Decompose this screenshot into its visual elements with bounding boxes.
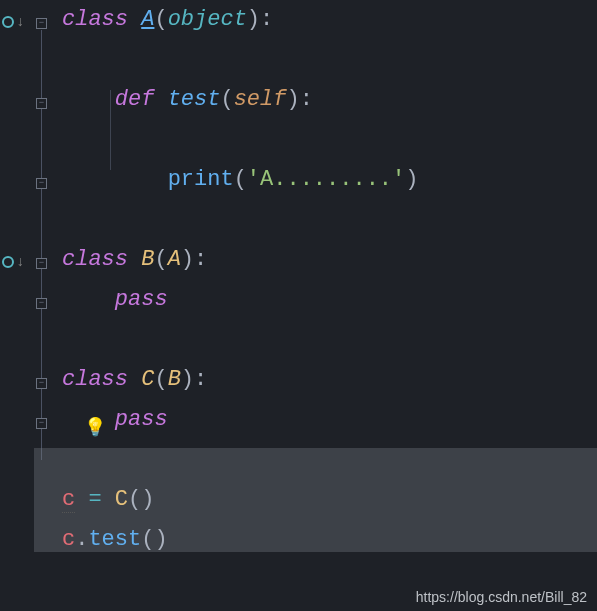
code-line[interactable] bbox=[62, 120, 597, 160]
code-line[interactable]: pass bbox=[62, 400, 597, 440]
code-line[interactable]: class A(object): bbox=[62, 0, 597, 40]
fold-toggle-icon[interactable]: − bbox=[36, 178, 47, 189]
override-marker-icon[interactable]: ↓ bbox=[2, 14, 24, 30]
code-line[interactable] bbox=[62, 40, 597, 80]
code-line[interactable]: print('A.........') bbox=[62, 160, 597, 200]
code-line[interactable] bbox=[62, 320, 597, 360]
fold-toggle-icon[interactable]: − bbox=[36, 418, 47, 429]
watermark-text: https://blog.csdn.net/Bill_82 bbox=[416, 589, 587, 605]
fold-toggle-icon[interactable]: − bbox=[36, 298, 47, 309]
fold-toggle-icon[interactable]: − bbox=[36, 18, 47, 29]
code-area[interactable]: 💡 class A(object): def test(self): print… bbox=[48, 0, 597, 611]
fold-toggle-icon[interactable]: − bbox=[36, 378, 47, 389]
code-line[interactable] bbox=[62, 200, 597, 240]
override-marker-icon[interactable]: ↓ bbox=[2, 254, 24, 270]
code-line[interactable]: class B(A): bbox=[62, 240, 597, 280]
code-line[interactable]: class C(B): bbox=[62, 360, 597, 400]
lightbulb-icon[interactable]: 💡 bbox=[84, 416, 106, 438]
fold-toggle-icon[interactable]: − bbox=[36, 98, 47, 109]
code-editor[interactable]: ↓ ↓ − − − − − − − 💡 class A(object): def… bbox=[0, 0, 597, 611]
code-line[interactable]: pass bbox=[62, 280, 597, 320]
fold-toggle-icon[interactable]: − bbox=[36, 258, 47, 269]
code-line[interactable]: def test(self): bbox=[62, 80, 597, 120]
